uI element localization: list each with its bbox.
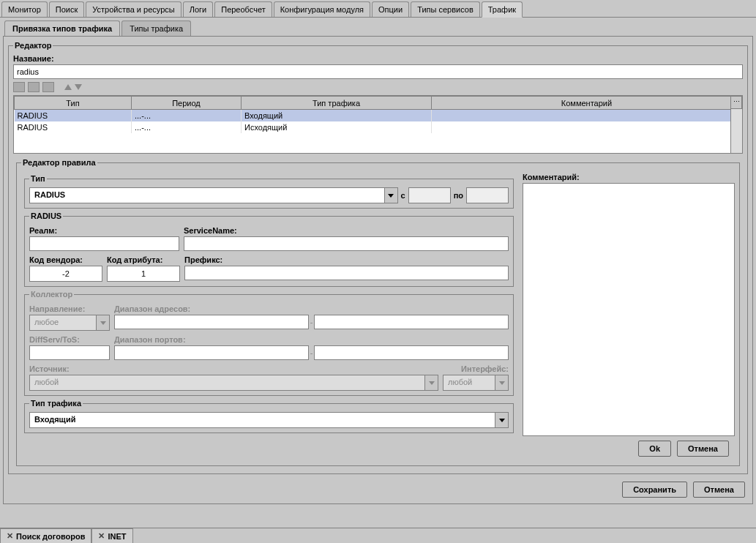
sub-tabs: Привязка типов трафика Типы трафика [0,18,756,36]
collector-legend: Коллектор [29,290,74,299]
table-row[interactable]: RADIUS ...-... Исходящий [15,121,742,133]
col-period[interactable]: Период [132,97,242,110]
chevron-down-icon [495,375,508,390]
tab-config[interactable]: Конфигурация модуля [274,1,370,17]
servicename-label: ServiceName: [184,226,509,235]
attr-code-label: Код атрибута: [107,255,180,264]
direction-combo: любое [29,315,110,331]
servicename-input[interactable] [184,236,509,251]
tab-traffic[interactable]: Трафик [482,1,523,18]
grid-scrollbar[interactable] [730,109,742,153]
comment-textarea[interactable] [523,183,735,436]
main-tabs: Монитор Поиск Устройства и ресурсы Логи … [0,0,756,17]
iface-combo: любой [443,375,509,391]
save-button[interactable]: Сохранить [622,482,687,498]
chevron-down-icon [424,375,438,390]
tab-devices[interactable]: Устройства и ресурсы [86,1,181,17]
tab-service-types[interactable]: Типы сервисов [411,1,480,17]
realm-input[interactable] [29,236,179,251]
radius-fieldset: RADIUS Реалм: ServiceName: [24,211,514,287]
bottom-tab-inet[interactable]: ✕ INET [91,528,132,543]
table-row[interactable]: RADIUS ...-... Входящий [15,110,742,121]
port-range-label: Диапазон портов: [114,335,509,344]
source-combo: любой [29,375,438,391]
tab-search[interactable]: Поиск [49,1,84,17]
vendor-code-input[interactable] [29,266,102,282]
direction-label: Направление: [29,304,110,313]
tool-icon-3[interactable] [42,82,54,92]
to-label: по [454,191,463,200]
attr-code-input[interactable] [107,266,180,282]
type-fieldset: Тип RADIUS с по [24,174,514,209]
type-legend: Тип [29,174,47,183]
col-type[interactable]: Тип [15,97,132,110]
diffserv-input [29,345,110,360]
port-to-input [314,345,509,360]
tab-recalc[interactable]: Переобсчет [214,1,272,17]
prefix-label: Префикс: [184,255,509,264]
grid-menu-icon[interactable]: ⋯ [730,96,742,109]
diffserv-label: DiffServ/ToS: [29,335,110,344]
collector-fieldset: Коллектор Направление: любое [24,290,514,396]
cancel-all-button[interactable]: Отмена [693,482,745,498]
cancel-button[interactable]: Отмена [677,441,729,457]
addr-to-input [314,315,509,329]
editor-fieldset: Редактор Название: Тип Период [8,41,748,474]
from-label: с [401,191,405,200]
vendor-code-label: Код вендора: [29,255,102,264]
tab-options[interactable]: Опции [372,1,409,17]
traffic-type-fieldset: Тип трафика Входящий [24,399,514,433]
grid-toolbar [13,79,743,95]
bottom-tabs: ✕ Поиск договоров ✕ INET [0,528,756,543]
editor-legend: Редактор [13,41,53,50]
bottom-tab-contracts[interactable]: ✕ Поиск договоров [0,528,91,543]
source-label: Источник: [29,364,438,373]
date-to-input[interactable] [466,187,509,203]
date-from-input[interactable] [408,187,451,203]
chevron-down-icon[interactable] [384,188,397,203]
move-down-icon[interactable] [75,84,82,90]
addr-from-input [114,315,309,329]
realm-label: Реалм: [29,226,179,235]
close-icon[interactable]: ✕ [98,531,105,541]
traffic-type-combo[interactable]: Входящий [29,412,509,428]
rule-editor-legend: Редактор правила [21,158,97,167]
type-combo[interactable]: RADIUS [29,187,398,203]
rules-grid[interactable]: Тип Период Тип трафика Комментарий RADIU… [13,95,743,154]
chevron-down-icon[interactable] [495,413,508,427]
traffic-type-legend: Тип трафика [29,399,83,408]
ok-button[interactable]: Ok [638,441,671,457]
tool-icon-1[interactable] [13,82,25,92]
radius-legend: RADIUS [29,211,63,220]
port-from-input [114,345,309,360]
comment-label: Комментарий: [523,173,735,181]
col-traffic-type[interactable]: Тип трафика [242,97,432,110]
col-comment[interactable]: Комментарий [432,97,742,110]
tool-icon-2[interactable] [28,82,40,92]
subtab-types[interactable]: Типы трафика [121,20,191,36]
addr-range-label: Диапазон адресов: [114,304,509,313]
subtab-binding[interactable]: Привязка типов трафика [4,20,120,36]
tab-monitor[interactable]: Монитор [1,1,48,17]
name-label: Название: [13,54,743,63]
chevron-down-icon [96,315,109,330]
close-icon[interactable]: ✕ [7,531,13,541]
name-input[interactable] [13,64,743,79]
prefix-input[interactable] [184,266,509,280]
tab-logs[interactable]: Логи [183,1,214,17]
rule-editor-fieldset: Редактор правила Тип RADIUS с [16,158,740,466]
move-up-icon[interactable] [64,84,72,90]
iface-label: Интерфейс: [443,364,509,373]
